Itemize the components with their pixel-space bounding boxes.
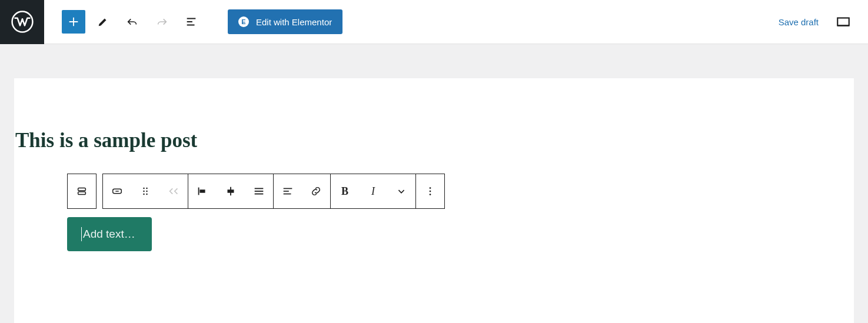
align-center-button[interactable] (217, 174, 245, 208)
svg-point-7 (146, 188, 148, 189)
link-icon (310, 185, 322, 198)
align-right-icon (252, 185, 265, 198)
edit-with-elementor-button[interactable]: E Edit with Elementor (228, 9, 342, 34)
add-block-button[interactable] (62, 10, 85, 34)
bold-button[interactable]: B (331, 174, 359, 208)
toolbar-group-transform (102, 174, 188, 209)
toolbar-group-align (188, 174, 274, 209)
undo-button[interactable] (121, 10, 144, 34)
toolbar-group-text (274, 174, 331, 209)
toolbar-right: Save draft (779, 10, 868, 34)
chevron-down-icon (395, 185, 408, 198)
button-placeholder: Add text… (83, 228, 135, 241)
text-align-button[interactable] (274, 174, 302, 208)
redo-button[interactable] (150, 10, 174, 34)
align-left-icon (196, 185, 209, 198)
preview-button[interactable] (832, 10, 855, 34)
block-options-button[interactable] (416, 174, 444, 208)
block-toolbar: B I (67, 174, 854, 209)
buttons-block-icon (75, 185, 88, 198)
editor-top-bar: E Edit with Elementor Save draft (0, 0, 868, 44)
change-block-type-button[interactable] (103, 174, 131, 208)
svg-point-22 (430, 187, 431, 189)
toolbar-group-parent (67, 174, 97, 209)
document-overview-button[interactable] (179, 10, 203, 34)
elementor-label: Edit with Elementor (256, 17, 332, 27)
select-parent-button[interactable] (68, 174, 96, 208)
button-block[interactable]: Add text… (67, 217, 152, 251)
align-left-button[interactable] (188, 174, 217, 208)
wordpress-logo[interactable] (0, 0, 44, 44)
button-icon (111, 185, 124, 198)
svg-rect-13 (199, 189, 205, 193)
save-draft-button[interactable]: Save draft (779, 17, 819, 27)
toolbar-group-options (416, 174, 445, 209)
text-align-icon (281, 185, 294, 198)
move-left-button[interactable] (159, 174, 188, 208)
more-vertical-icon (424, 185, 437, 198)
svg-point-0 (12, 12, 32, 32)
list-view-icon (185, 15, 198, 28)
undo-icon (126, 15, 139, 28)
align-right-button[interactable] (245, 174, 273, 208)
svg-point-8 (143, 191, 145, 192)
svg-point-24 (430, 194, 431, 195)
edit-mode-button[interactable] (91, 10, 115, 34)
align-center-icon (224, 185, 237, 198)
wordpress-icon (11, 11, 34, 33)
svg-point-23 (430, 191, 431, 192)
more-formatting-button[interactable] (387, 174, 415, 208)
svg-rect-1 (837, 18, 849, 26)
desktop-icon (836, 14, 851, 29)
redo-icon (155, 15, 168, 28)
editor-canvas: This is a sample post te (14, 78, 854, 323)
plus-icon (67, 15, 80, 28)
elementor-icon: E (238, 16, 249, 27)
pencil-icon (97, 15, 109, 28)
svg-point-10 (143, 194, 145, 195)
block-area: te (67, 174, 854, 251)
svg-rect-2 (78, 188, 86, 191)
svg-point-11 (146, 194, 148, 195)
post-title[interactable]: This is a sample post (15, 129, 854, 152)
drag-handle[interactable] (131, 174, 159, 208)
svg-point-9 (146, 191, 148, 192)
svg-rect-3 (78, 192, 86, 195)
italic-button[interactable]: I (359, 174, 387, 208)
toolbar-group-format: B I (331, 174, 416, 209)
toolbar-left: E Edit with Elementor (44, 9, 342, 34)
svg-point-6 (143, 188, 145, 189)
chevron-left-icon (167, 185, 180, 198)
text-cursor (81, 227, 82, 241)
drag-icon (139, 185, 151, 197)
link-button[interactable] (302, 174, 330, 208)
svg-rect-15 (228, 189, 234, 193)
